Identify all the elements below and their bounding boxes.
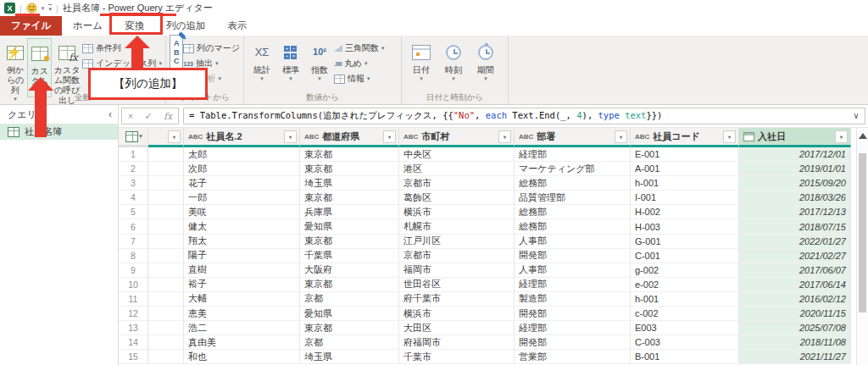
row-number[interactable]: 2 [119,162,148,176]
filter-dropdown-icon[interactable]: ▾ [615,130,627,143]
tab-file[interactable]: ファイル [0,16,62,36]
table-cell[interactable]: 太郎 [184,147,300,162]
table-cell[interactable]: 開発部 [515,249,631,263]
table-cell[interactable]: 大田区 [399,321,515,335]
table-cell[interactable]: 東京都 [300,235,399,249]
filter-dropdown-icon[interactable]: ▾ [383,130,396,143]
table-cell[interactable]: 2017/12/01 [739,147,851,162]
format-button[interactable]: ABC✎ 書式 ▾ [170,38,183,92]
table-cell[interactable]: 兵庫県 [300,205,399,219]
table-cell[interactable]: E003 [631,321,739,335]
table-cell[interactable]: 2016/02/12 [739,292,851,307]
tab-transform[interactable]: 変換 [114,16,155,36]
table-cell[interactable]: 次郎 [184,162,300,176]
table-cell[interactable]: 2022/01/27 [739,235,851,249]
table-cell[interactable]: 経理部 [515,147,631,162]
table-cell[interactable]: 江戸川区 [399,235,515,249]
table-cell[interactable] [148,162,184,176]
row-number[interactable]: 10 [119,278,148,292]
statistics-button[interactable]: ΧΣ 統計 ▾ [248,38,276,82]
table-cell[interactable]: G-001 [631,235,739,249]
table-cell[interactable]: e-002 [631,278,739,292]
table-cell[interactable]: h-001 [631,292,739,307]
table-cell[interactable]: 埼玉県 [300,350,399,364]
formula-input[interactable]: = Table.TransformColumns(追加されたプレフィックス, {… [183,108,865,124]
expand-formula-bar-icon[interactable]: ∨ [854,111,859,120]
table-cell[interactable]: 大輔 [184,292,300,307]
table-cell[interactable] [148,219,184,234]
collapse-pane-icon[interactable]: ‹ [108,108,112,120]
table-cell[interactable]: 東京都 [300,147,399,162]
table-cell[interactable]: I-001 [631,191,739,205]
table-cell[interactable]: 美咲 [184,205,300,219]
table-cell[interactable]: 大阪府 [300,263,399,278]
table-cell[interactable]: H-002 [631,205,739,219]
table-cell[interactable] [148,205,184,219]
table-cell[interactable]: 府福岡市 [399,335,515,350]
table-cell[interactable]: 総務部 [515,205,631,219]
table-cell[interactable]: 人事部 [515,235,631,249]
column-header-市町村[interactable]: ABC市町村▾ [399,128,515,147]
table-cell[interactable]: 2017/06/07 [739,263,851,278]
table-cell[interactable]: 愛知県 [300,307,399,321]
row-number[interactable]: 7 [119,235,148,249]
scientific-button[interactable]: 10² 指数 ▾ [305,38,334,82]
table-cell[interactable] [148,249,184,263]
table-cell[interactable]: g-002 [631,263,739,278]
table-cell[interactable]: 経理部 [515,278,631,292]
table-cell[interactable]: 和也 [184,350,300,364]
table-cell[interactable]: 札幌市 [399,219,515,234]
table-cell[interactable]: 人事部 [515,263,631,278]
table-cell[interactable] [148,278,184,292]
table-cell[interactable]: 開発部 [515,307,631,321]
table-cell[interactable]: 2017/12/13 [739,205,851,219]
table-cell[interactable]: 2018/07/15 [739,219,851,234]
date-button[interactable]: 日付 ▾ [405,38,437,82]
tab-home[interactable]: ホーム [62,16,114,36]
table-cell[interactable]: C-003 [631,335,739,350]
filter-dropdown-icon[interactable]: ▾ [835,130,848,143]
rounding-button[interactable]: .00 丸め ▾ [334,58,385,69]
row-number[interactable]: 13 [119,321,148,335]
table-cell[interactable]: 千葉市 [399,350,515,364]
table-cell[interactable]: 品質管理部 [515,191,631,205]
row-number[interactable]: 4 [119,191,148,205]
column-header-部署[interactable]: ABC部署▾ [515,128,631,147]
row-number[interactable]: 12 [119,307,148,321]
row-number[interactable]: 8 [119,249,148,263]
table-cell[interactable]: 京都 [300,292,399,307]
table-cell[interactable]: 東京都 [300,162,399,176]
query-list-item[interactable]: 社員名簿 [0,124,118,140]
table-cell[interactable]: 直樹 [184,263,300,278]
table-cell[interactable]: 一郎 [184,191,300,205]
table-cell[interactable]: 営業部 [515,350,631,364]
table-cell[interactable] [148,176,184,191]
column-header-社員名.2[interactable]: ABC社員名.2▾ [184,128,300,147]
table-cell[interactable] [148,321,184,335]
table-cell[interactable]: B-001 [631,350,739,364]
row-number[interactable]: 6 [119,219,148,234]
parse-button[interactable]: ABC 解析 ▾ [183,73,240,85]
filter-dropdown-icon[interactable]: ▾ [498,130,511,143]
row-number[interactable]: 11 [119,292,148,307]
table-cell[interactable] [148,307,184,321]
table-cell[interactable]: E-001 [631,147,739,162]
table-cell[interactable]: 裕子 [184,278,300,292]
table-cell[interactable]: 東京都 [300,278,399,292]
table-cell[interactable]: 陽子 [184,249,300,263]
table-cell[interactable] [148,263,184,278]
table-cell[interactable] [148,335,184,350]
table-cell[interactable]: 恵美 [184,307,300,321]
commit-formula-icon[interactable]: ✓ [144,111,152,122]
extract-button[interactable]: 123 抽出 ▾ [183,58,240,69]
column-header-社員コード[interactable]: ABC社員コード▾ [631,128,739,147]
table-cell[interactable]: 製造部 [515,292,631,307]
table-cell[interactable]: 真由美 [184,335,300,350]
feedback-dropdown-caret-icon[interactable]: ▾ [42,5,45,12]
table-cell[interactable]: 東京都 [300,191,399,205]
table-cell[interactable]: 浩二 [184,321,300,335]
table-cell[interactable]: 福岡市 [399,263,515,278]
column-header-入社日[interactable]: 入社日▾ [739,128,851,147]
filter-dropdown-icon[interactable]: ▾ [284,130,297,143]
conditional-column-button[interactable]: 条件列 [82,42,162,54]
